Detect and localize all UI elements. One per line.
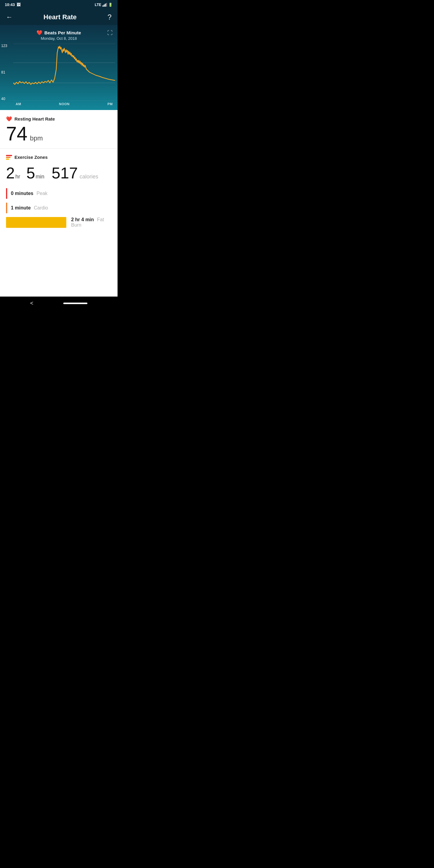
resting-hr-section: ❤️ Resting Heart Rate 74bpm [0,110,118,149]
fat-burn-text: 2 hr 4 min Fat Burn [71,217,112,228]
x-label-noon: NOON [59,102,70,106]
chart-legend-label: Beats Per Minute [44,30,81,35]
y-label-mid: 81 [1,70,7,74]
peak-zone-text: 0 minutes Peak [11,191,48,196]
back-button[interactable]: ← [6,13,13,21]
system-back-button[interactable]: < [30,300,33,307]
help-button[interactable]: ? [107,13,112,22]
fat-burn-bar [6,217,66,228]
page-title: Heart Rate [43,13,76,21]
fat-burn-zone-row: 2 hr 4 min Fat Burn [6,217,112,228]
chart-x-labels: AM NOON PM [2,101,115,108]
cardio-zone-row: 1 minute Cardio [6,203,112,213]
exercise-duration: 2hr 5min [6,164,44,182]
cardio-zone-indicator [6,203,7,213]
chart-svg [13,44,115,101]
exercise-calories: 517calories [52,164,98,182]
peak-zone-indicator [6,188,7,199]
exercise-title-label: Exercise Zones [14,155,48,160]
chart-y-labels: 123 81 40 [0,44,8,101]
duration-minutes: 5min [26,164,44,182]
content-spacer [0,236,118,297]
peak-zone-row: 0 minutes Peak [6,188,112,199]
page-header: ← Heart Rate ? [0,9,118,25]
content-area: ❤️ Resting Heart Rate 74bpm Exercise Zon… [0,110,118,236]
x-label-pm: PM [107,102,113,106]
battery-icon: 🔋 [108,3,113,7]
lte-label: LTE [95,3,101,7]
home-indicator[interactable] [63,303,87,304]
signal-icon [102,3,107,7]
resting-hr-number: 74bpm [6,123,43,145]
heart-icon-resting: ❤️ [6,116,12,122]
calories-value: 517calories [52,164,98,182]
photo-icon: 🖼 [17,2,21,7]
cardio-zone-text: 1 minute Cardio [11,205,48,211]
fullscreen-button[interactable]: ⛶ [107,30,113,36]
resting-hr-title: ❤️ Resting Heart Rate [6,116,112,122]
status-left: 10:43 🖼 [5,2,21,7]
chart-date: Monday, Oct 8, 2018 [0,36,118,41]
status-bar: 10:43 🖼 LTE 🔋 [0,0,118,9]
heart-icon: ❤️ [36,30,42,36]
resting-hr-label: Resting Heart Rate [14,116,55,121]
resting-hr-value-row: 74bpm [6,124,112,144]
chart-legend: ❤️ Beats Per Minute [0,30,118,36]
chart-container: 123 81 40 AM NOON PM [0,44,118,110]
exercise-title: Exercise Zones [6,155,112,160]
status-right: LTE 🔋 [95,3,113,7]
duration-hours: 2hr [6,164,24,182]
exercise-zones-section: Exercise Zones 2hr 5min 517calories 0 m [0,149,118,236]
chart-section: ❤️ Beats Per Minute Monday, Oct 8, 2018 … [0,25,118,110]
navigation-bar: < [0,297,118,313]
y-label-max: 123 [1,44,7,48]
x-label-am: AM [16,102,21,106]
zones-icon [6,155,12,160]
exercise-stats-row: 2hr 5min 517calories [6,164,112,182]
time-display: 10:43 [5,2,15,7]
y-label-min: 40 [1,97,7,101]
